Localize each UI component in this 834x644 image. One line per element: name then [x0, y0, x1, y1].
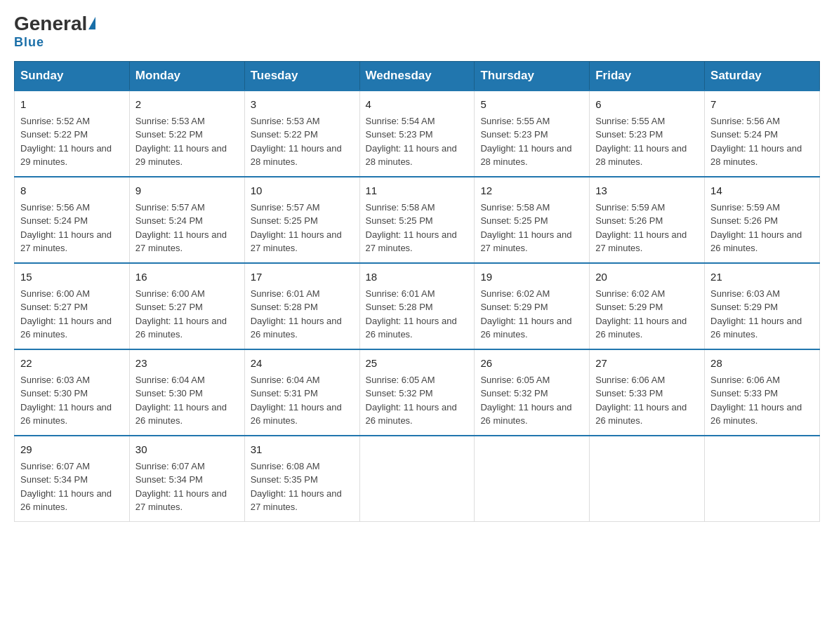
day-number: 6: [595, 97, 699, 112]
logo-blue-text: Blue: [14, 35, 44, 50]
day-info: Sunrise: 6:06 AMSunset: 5:33 PMDaylight:…: [710, 375, 802, 427]
calendar-cell: 12 Sunrise: 5:58 AMSunset: 5:25 PMDaylig…: [475, 177, 590, 263]
day-info: Sunrise: 5:54 AMSunset: 5:23 PMDaylight:…: [366, 116, 457, 168]
day-info: Sunrise: 5:58 AMSunset: 5:25 PMDaylight:…: [366, 202, 457, 254]
day-info: Sunrise: 5:58 AMSunset: 5:25 PMDaylight:…: [480, 202, 571, 254]
day-info: Sunrise: 6:03 AMSunset: 5:29 PMDaylight:…: [710, 288, 802, 340]
day-number: 27: [595, 356, 699, 371]
day-number: 7: [710, 97, 814, 112]
day-number: 19: [480, 269, 583, 285]
day-info: Sunrise: 5:52 AMSunset: 5:22 PMDaylight:…: [20, 116, 112, 168]
day-info: Sunrise: 6:04 AMSunset: 5:30 PMDaylight:…: [135, 375, 227, 427]
day-number: 11: [366, 183, 469, 199]
day-number: 16: [135, 269, 239, 285]
day-info: Sunrise: 5:57 AMSunset: 5:25 PMDaylight:…: [251, 202, 342, 254]
calendar-header-sunday: Sunday: [15, 62, 130, 91]
day-info: Sunrise: 5:53 AMSunset: 5:22 PMDaylight:…: [135, 116, 227, 168]
logo-general-text: General: [14, 14, 87, 34]
calendar-cell: 21 Sunrise: 6:03 AMSunset: 5:29 PMDaylig…: [705, 263, 820, 349]
calendar-cell: 27 Sunrise: 6:06 AMSunset: 5:33 PMDaylig…: [590, 349, 705, 436]
calendar-cell: 6 Sunrise: 5:55 AMSunset: 5:23 PMDayligh…: [590, 90, 705, 177]
day-number: 18: [366, 269, 469, 285]
day-number: 5: [480, 97, 583, 112]
calendar-cell: [359, 436, 475, 522]
day-info: Sunrise: 5:56 AMSunset: 5:24 PMDaylight:…: [20, 202, 112, 254]
calendar-cell: 3 Sunrise: 5:53 AMSunset: 5:22 PMDayligh…: [244, 90, 359, 177]
day-number: 8: [20, 183, 124, 199]
day-info: Sunrise: 6:05 AMSunset: 5:32 PMDaylight:…: [366, 375, 457, 427]
day-number: 14: [710, 183, 814, 199]
day-info: Sunrise: 6:04 AMSunset: 5:31 PMDaylight:…: [251, 375, 342, 427]
day-info: Sunrise: 5:55 AMSunset: 5:23 PMDaylight:…: [480, 116, 571, 168]
calendar-week-3: 15 Sunrise: 6:00 AMSunset: 5:27 PMDaylig…: [15, 263, 820, 349]
day-number: 4: [366, 97, 469, 112]
calendar-week-4: 22 Sunrise: 6:03 AMSunset: 5:30 PMDaylig…: [15, 349, 820, 436]
logo: General Blue: [14, 14, 95, 50]
page-header: General Blue: [14, 14, 820, 50]
day-info: Sunrise: 5:55 AMSunset: 5:23 PMDaylight:…: [595, 116, 687, 168]
calendar-header-thursday: Thursday: [475, 62, 590, 91]
calendar-cell: 13 Sunrise: 5:59 AMSunset: 5:26 PMDaylig…: [590, 177, 705, 263]
calendar-cell: [475, 436, 590, 522]
calendar-cell: 11 Sunrise: 5:58 AMSunset: 5:25 PMDaylig…: [359, 177, 475, 263]
calendar-cell: 20 Sunrise: 6:02 AMSunset: 5:29 PMDaylig…: [590, 263, 705, 349]
day-number: 21: [710, 269, 814, 285]
day-info: Sunrise: 6:06 AMSunset: 5:33 PMDaylight:…: [595, 375, 687, 427]
calendar-cell: 29 Sunrise: 6:07 AMSunset: 5:34 PMDaylig…: [15, 436, 130, 522]
calendar-cell: 9 Sunrise: 5:57 AMSunset: 5:24 PMDayligh…: [129, 177, 244, 263]
day-info: Sunrise: 5:57 AMSunset: 5:24 PMDaylight:…: [135, 202, 227, 254]
day-number: 26: [480, 356, 583, 371]
day-info: Sunrise: 6:07 AMSunset: 5:34 PMDaylight:…: [135, 461, 227, 513]
calendar-cell: 4 Sunrise: 5:54 AMSunset: 5:23 PMDayligh…: [359, 90, 475, 177]
calendar-cell: 30 Sunrise: 6:07 AMSunset: 5:34 PMDaylig…: [129, 436, 244, 522]
calendar-week-1: 1 Sunrise: 5:52 AMSunset: 5:22 PMDayligh…: [15, 90, 820, 177]
day-number: 17: [251, 269, 354, 285]
calendar-cell: 8 Sunrise: 5:56 AMSunset: 5:24 PMDayligh…: [15, 177, 130, 263]
calendar-cell: 14 Sunrise: 5:59 AMSunset: 5:26 PMDaylig…: [705, 177, 820, 263]
calendar-week-5: 29 Sunrise: 6:07 AMSunset: 5:34 PMDaylig…: [15, 436, 820, 522]
day-number: 30: [135, 442, 239, 457]
day-info: Sunrise: 6:02 AMSunset: 5:29 PMDaylight:…: [595, 288, 687, 340]
day-info: Sunrise: 6:08 AMSunset: 5:35 PMDaylight:…: [251, 461, 342, 513]
day-number: 10: [251, 183, 354, 199]
day-number: 20: [595, 269, 699, 285]
day-number: 24: [251, 356, 354, 371]
day-number: 22: [20, 356, 124, 371]
day-info: Sunrise: 6:02 AMSunset: 5:29 PMDaylight:…: [480, 288, 571, 340]
day-info: Sunrise: 5:56 AMSunset: 5:24 PMDaylight:…: [710, 116, 802, 168]
day-number: 23: [135, 356, 239, 371]
day-info: Sunrise: 6:01 AMSunset: 5:28 PMDaylight:…: [366, 288, 457, 340]
day-info: Sunrise: 5:53 AMSunset: 5:22 PMDaylight:…: [251, 116, 342, 168]
calendar-cell: 28 Sunrise: 6:06 AMSunset: 5:33 PMDaylig…: [705, 349, 820, 436]
day-info: Sunrise: 5:59 AMSunset: 5:26 PMDaylight:…: [710, 202, 802, 254]
day-number: 2: [135, 97, 239, 112]
calendar-cell: 17 Sunrise: 6:01 AMSunset: 5:28 PMDaylig…: [244, 263, 359, 349]
day-number: 28: [710, 356, 814, 371]
calendar-cell: 1 Sunrise: 5:52 AMSunset: 5:22 PMDayligh…: [15, 90, 130, 177]
day-info: Sunrise: 6:01 AMSunset: 5:28 PMDaylight:…: [251, 288, 342, 340]
calendar-cell: 23 Sunrise: 6:04 AMSunset: 5:30 PMDaylig…: [129, 349, 244, 436]
day-number: 13: [595, 183, 699, 199]
calendar-header-friday: Friday: [590, 62, 705, 91]
calendar-cell: 16 Sunrise: 6:00 AMSunset: 5:27 PMDaylig…: [129, 263, 244, 349]
day-number: 9: [135, 183, 239, 199]
calendar-cell: [590, 436, 705, 522]
day-number: 25: [366, 356, 469, 371]
calendar-cell: 10 Sunrise: 5:57 AMSunset: 5:25 PMDaylig…: [244, 177, 359, 263]
calendar-header-row: SundayMondayTuesdayWednesdayThursdayFrid…: [15, 62, 820, 91]
day-number: 31: [251, 442, 354, 457]
day-info: Sunrise: 6:00 AMSunset: 5:27 PMDaylight:…: [135, 288, 227, 340]
calendar-cell: 18 Sunrise: 6:01 AMSunset: 5:28 PMDaylig…: [359, 263, 475, 349]
day-info: Sunrise: 6:00 AMSunset: 5:27 PMDaylight:…: [20, 288, 112, 340]
calendar-header-monday: Monday: [129, 62, 244, 91]
day-number: 12: [480, 183, 583, 199]
day-info: Sunrise: 6:03 AMSunset: 5:30 PMDaylight:…: [20, 375, 112, 427]
calendar-cell: 25 Sunrise: 6:05 AMSunset: 5:32 PMDaylig…: [359, 349, 475, 436]
calendar-cell: [705, 436, 820, 522]
day-info: Sunrise: 6:07 AMSunset: 5:34 PMDaylight:…: [20, 461, 112, 513]
calendar-header-saturday: Saturday: [705, 62, 820, 91]
day-number: 1: [20, 97, 124, 112]
day-info: Sunrise: 5:59 AMSunset: 5:26 PMDaylight:…: [595, 202, 687, 254]
day-number: 29: [20, 442, 124, 457]
calendar-cell: 19 Sunrise: 6:02 AMSunset: 5:29 PMDaylig…: [475, 263, 590, 349]
